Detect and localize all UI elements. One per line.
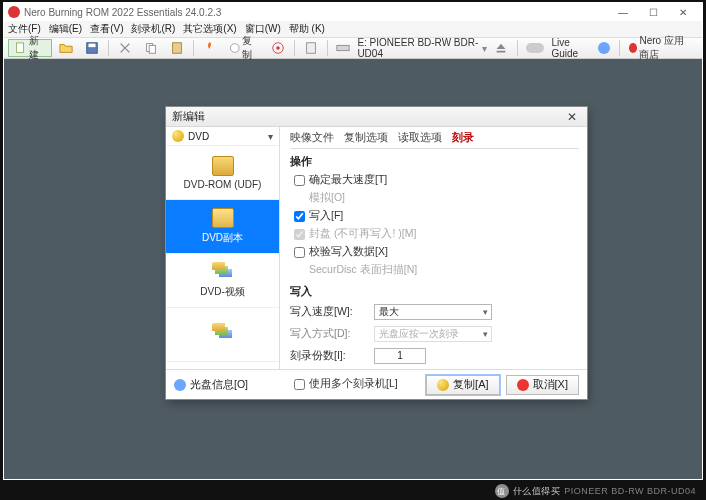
dvd-rom-udf-icon <box>212 156 234 176</box>
copy-disc-button[interactable]: 复制 <box>224 39 264 57</box>
save-button[interactable] <box>80 39 104 57</box>
copy-button[interactable] <box>139 39 163 57</box>
tab-burn[interactable]: 刻录 <box>452 131 474 145</box>
opt-securdisc: SecurDisc 表面扫描[N] <box>294 263 579 277</box>
checkbox-verify[interactable] <box>294 247 305 258</box>
eject-icon <box>494 41 508 55</box>
live-guide-label: Live Guide <box>551 37 591 59</box>
project-dvd-rom-udf[interactable]: DVD-ROM (UDF) <box>166 146 279 200</box>
disc-type-selector[interactable]: DVD ▾ <box>166 127 279 146</box>
watermark-badge-icon: 值 <box>495 484 509 498</box>
nero-icon <box>629 43 637 53</box>
paste-button[interactable] <box>165 39 189 57</box>
file-icon <box>15 41 27 55</box>
disc-type-label: DVD <box>188 131 209 142</box>
project-next-icon <box>212 323 234 343</box>
tab-read-opts[interactable]: 读取选项 <box>398 131 442 145</box>
svg-rect-2 <box>89 44 96 48</box>
close-window-button[interactable]: ✕ <box>668 4 698 20</box>
cut-button[interactable] <box>113 39 137 57</box>
lbl-write-method: 写入方式[D]: <box>290 327 374 341</box>
tab-image[interactable]: 映像文件 <box>290 131 334 145</box>
disc-info-icon <box>174 379 186 391</box>
save-icon <box>85 41 99 55</box>
folder-icon <box>59 41 73 55</box>
checkbox-close-disc <box>294 229 305 240</box>
cancel-icon <box>517 379 529 391</box>
disc-info-button[interactable]: 光盘信息[O] <box>190 378 248 392</box>
svg-rect-5 <box>172 43 181 54</box>
menu-edit[interactable]: 编辑(E) <box>49 22 82 36</box>
watermark: 值 什么值得买 PIONEER BD-RW BDR-UD04 <box>495 484 696 498</box>
menu-burner[interactable]: 刻录机(R) <box>131 22 175 36</box>
svg-point-8 <box>276 46 280 50</box>
recorder-device-label: E: PIONEER BD-RW BDR-UD04 <box>357 37 479 59</box>
copy-button-dialog[interactable]: 复制[A] <box>426 375 499 395</box>
disc-copy-icon <box>229 41 241 55</box>
app-icon <box>8 6 20 18</box>
toolbar: 新建 复制 E: PIONEER BD-RW BDR-UD04 ▾ Live G… <box>4 37 702 59</box>
disc-icon-small <box>437 379 449 391</box>
drive-icon <box>336 41 350 55</box>
menu-extras[interactable]: 其它选项(X) <box>183 22 236 36</box>
new-compilation-dialog: 新编辑 ✕ DVD ▾ DVD-ROM (UDF) DVD副本 ▶ <box>165 106 588 400</box>
opt-verify[interactable]: 校验写入数据[X] <box>294 245 579 259</box>
info-button[interactable] <box>593 39 615 57</box>
minimize-button[interactable]: — <box>608 4 638 20</box>
svg-rect-0 <box>16 43 23 52</box>
flame-icon <box>203 41 217 55</box>
tab-copy-opts[interactable]: 复制选项 <box>344 131 388 145</box>
maximize-button[interactable]: ☐ <box>638 4 668 20</box>
opt-max-speed[interactable]: 确定最大速度[T] <box>294 173 579 187</box>
image-recorder-button[interactable] <box>266 39 290 57</box>
dialog-titlebar[interactable]: 新编辑 ✕ <box>166 107 587 127</box>
select-write-method: 光盘应按一次刻录 <box>374 326 492 342</box>
clipboard-icon <box>170 41 184 55</box>
dialog-sidebar: DVD ▾ DVD-ROM (UDF) DVD副本 ▶ DVD-视频 <box>166 127 280 369</box>
dialog-main: 映像文件 复制选项 读取选项 刻录 操作 确定最大速度[T] 模拟[O] 写入[… <box>280 127 587 369</box>
eject-button[interactable] <box>489 39 513 57</box>
calculator-icon <box>304 41 318 55</box>
app-titlebar: Nero Burning ROM 2022 Essentials 24.0.2.… <box>4 3 702 21</box>
input-copies[interactable]: 1 <box>374 348 426 364</box>
select-write-speed[interactable]: 最大 <box>374 304 492 320</box>
lbl-write-speed: 写入速度[W]: <box>290 305 374 319</box>
target-icon <box>271 41 285 55</box>
app-title: Nero Burning ROM 2022 Essentials 24.0.2.… <box>24 7 221 18</box>
project-dvd-video[interactable]: DVD-视频 <box>166 254 279 308</box>
dialog-tabs: 映像文件 复制选项 读取选项 刻录 <box>290 131 579 149</box>
dvd-video-icon <box>212 262 234 282</box>
svg-point-6 <box>230 44 239 53</box>
checkbox-max-speed[interactable] <box>294 175 305 186</box>
dialog-title: 新编辑 <box>172 109 205 124</box>
calc-button[interactable] <box>299 39 323 57</box>
copy-icon <box>144 41 158 55</box>
opt-close-disc: 封盘 (不可再写入! )[M] <box>294 227 579 241</box>
lbl-copies: 刻录份数[I]: <box>290 349 374 363</box>
menu-bar: 文件(F) 编辑(E) 查看(V) 刻录机(R) 其它选项(X) 窗口(W) 帮… <box>4 21 702 37</box>
disc-icon <box>172 130 184 142</box>
cancel-button[interactable]: 取消[X] <box>506 375 579 395</box>
dvd-copy-icon <box>212 208 234 228</box>
dialog-close-button[interactable]: ✕ <box>563 109 581 125</box>
opt-simulate: 模拟[O] <box>294 191 579 205</box>
menu-help[interactable]: 帮助 (K) <box>289 22 325 36</box>
checkbox-write[interactable] <box>294 211 305 222</box>
recorder-device-button[interactable] <box>331 39 355 57</box>
new-button[interactable]: 新建 <box>8 39 52 57</box>
project-next[interactable] <box>166 308 279 362</box>
section-write-title: 写入 <box>290 285 579 299</box>
open-button[interactable] <box>54 39 78 57</box>
burn-button[interactable] <box>198 39 222 57</box>
opt-write[interactable]: 写入[F] <box>294 209 579 223</box>
info-icon <box>598 42 610 54</box>
nero-store-button[interactable]: Nero 应用商店 <box>624 39 698 57</box>
project-type-list[interactable]: DVD-ROM (UDF) DVD副本 ▶ DVD-视频 <box>166 146 279 369</box>
live-guide-toggle[interactable] <box>521 39 549 57</box>
menu-view[interactable]: 查看(V) <box>90 22 123 36</box>
svg-rect-9 <box>306 43 315 54</box>
project-dvd-copy[interactable]: DVD副本 ▶ <box>166 200 279 254</box>
svg-rect-4 <box>149 45 155 53</box>
dialog-footer: 光盘信息[O] 复制[A] 取消[X] <box>166 369 587 399</box>
toggle-icon <box>526 43 544 53</box>
